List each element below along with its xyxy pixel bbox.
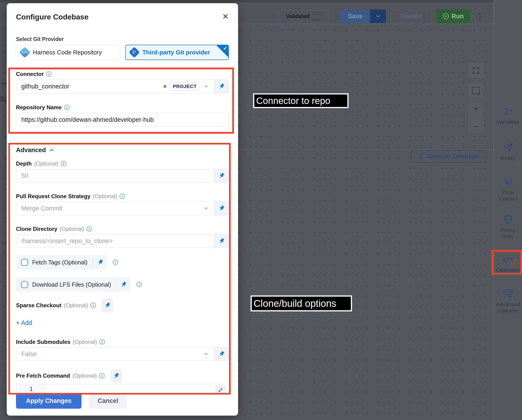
marquee-select-button[interactable] <box>468 83 484 98</box>
optional-tag: (Optional) <box>93 193 117 200</box>
connector-field[interactable]: github_connector PROJECT <box>16 79 229 93</box>
chevron-down-icon[interactable] <box>203 83 209 89</box>
sigma-variables-icon: Σˣ <box>504 107 512 116</box>
fetch-tags-label: Fetch Tags (Optional) <box>32 259 88 266</box>
repository-name-label: Repository Name <box>16 104 61 111</box>
info-icon[interactable]: ⓘ <box>90 302 96 309</box>
repository-name-field[interactable]: https://github.com/dewan-ahmed/developer… <box>16 113 229 127</box>
fetch-tags-checkbox[interactable] <box>21 259 28 266</box>
fetch-tags-row[interactable]: Fetch Tags (Optional) <box>16 255 107 269</box>
depth-placeholder: 50 <box>21 172 28 179</box>
zoom-in-button[interactable]: + <box>473 104 478 113</box>
clone-directory-field[interactable]: /harness/<insert_repo_to_clone> <box>16 234 229 248</box>
sidebar-item-label: Codebase <box>494 267 522 273</box>
pin-icon <box>218 238 225 244</box>
optional-tag: (Optional) <box>73 338 97 345</box>
include-submodules-value: False <box>21 351 37 358</box>
fullscreen-button[interactable] <box>468 63 484 78</box>
annotation-callout-clone: Clone/build options <box>251 295 352 311</box>
validated-status-pill[interactable]: ✓ Validated 10m ago <box>278 10 329 23</box>
select-git-provider-label: Select Git Provider <box>16 36 229 42</box>
background-row-line <box>0 373 7 374</box>
sidebar-item-label: Policy Sets <box>494 227 522 239</box>
pin-icon[interactable] <box>120 281 127 288</box>
include-submodules-select[interactable]: False <box>16 347 229 361</box>
pin-icon <box>218 83 225 90</box>
sidebar-item-notify[interactable]: Notify <box>494 142 522 161</box>
git-branch-icon <box>129 47 140 58</box>
apply-changes-button[interactable]: Apply Changes <box>16 393 82 409</box>
sidebar-item-label: Advanced Options <box>494 301 522 314</box>
repository-name-value: https://github.com/dewan-ahmed/developer… <box>21 116 154 123</box>
paper-plane-icon <box>503 143 513 153</box>
info-icon[interactable]: ⓘ <box>99 338 105 345</box>
info-icon[interactable]: ⓘ <box>113 259 118 266</box>
sidebar-item-label: Variables <box>494 119 522 125</box>
pin-toggle[interactable] <box>214 348 229 360</box>
pin-toggle[interactable] <box>214 80 229 93</box>
info-icon[interactable]: ⓘ <box>120 193 125 200</box>
add-sparse-checkout-link[interactable]: + Add <box>16 319 41 327</box>
chevron-down-icon[interactable] <box>203 351 209 357</box>
pin-toggle[interactable] <box>102 299 113 312</box>
warning-icon: ⚠ <box>511 259 517 266</box>
download-lfs-row[interactable]: Download LFS Files (Optional) <box>16 277 130 292</box>
scope-badge: PROJECT <box>169 82 200 91</box>
download-lfs-label: Download LFS Files (Optional) <box>32 281 111 288</box>
cancel-button[interactable]: Cancel <box>89 393 127 409</box>
pr-clone-strategy-label: Pull Request Clone Strategy <box>16 193 90 200</box>
sidebar-item-advanced-options[interactable]: Advanced Options <box>494 288 522 314</box>
optional-tag: (Optional) <box>72 372 97 379</box>
pin-toggle[interactable] <box>214 169 229 182</box>
optional-tag: (Optional) <box>60 226 84 232</box>
depth-label: Depth <box>16 160 32 167</box>
sparse-checkout-label: Sparse Checkout <box>16 302 61 309</box>
provider-label: Harness Code Repository <box>33 49 102 56</box>
save-menu-caret[interactable] <box>370 9 386 23</box>
info-icon[interactable]: ⓘ <box>99 372 105 379</box>
info-icon[interactable]: ⓘ <box>86 226 92 232</box>
divider <box>116 280 116 289</box>
pin-toggle[interactable] <box>214 235 229 247</box>
graph-dashed-line-fragment <box>2 83 7 84</box>
canvas-divider <box>238 149 493 150</box>
save-button[interactable]: Save <box>340 9 370 23</box>
discard-button[interactable]: Discard <box>391 9 432 23</box>
zoom-control[interactable]: + − <box>468 103 484 133</box>
pin-icon <box>218 205 225 212</box>
sidebar-item-codebase[interactable]: </> ⚠ Codebase <box>494 253 522 273</box>
chevron-down-icon[interactable] <box>203 205 209 211</box>
pin-icon[interactable] <box>97 259 104 266</box>
advanced-section-toggle[interactable]: Advanced <box>16 146 229 154</box>
download-lfs-checkbox[interactable] <box>21 281 28 288</box>
validated-time: 10m ago <box>312 10 329 22</box>
close-icon[interactable]: ✕ <box>222 13 229 20</box>
sidebar-item-label: Notify <box>494 155 522 161</box>
info-icon[interactable]: ⓘ <box>136 281 142 288</box>
info-icon[interactable]: ⓘ <box>64 104 69 111</box>
sliders-icon <box>503 177 513 187</box>
validated-label: Validated <box>286 13 309 19</box>
pin-toggle[interactable] <box>111 369 122 382</box>
play-icon <box>442 13 449 20</box>
upload-icon <box>418 153 424 160</box>
sidebar-item-policy-sets[interactable]: Policy Sets <box>494 214 522 239</box>
pin-toggle[interactable] <box>214 202 229 215</box>
marquee-select-icon <box>472 87 480 94</box>
provider-option-third-party[interactable]: Third-party Git provider ✓ <box>125 45 229 60</box>
sidebar-item-flow-control[interactable]: Flow Control <box>494 176 522 202</box>
run-button[interactable]: Run <box>436 9 470 23</box>
save-as-template-button[interactable]: Save as Template <box>411 150 486 162</box>
depth-field[interactable]: 50 <box>16 169 229 183</box>
info-icon[interactable]: ⓘ <box>46 71 52 77</box>
chevron-down-icon <box>375 13 381 19</box>
window-top-strip <box>0 0 522 2</box>
code-icon: </> ⚠ <box>503 255 514 264</box>
zoom-out-button[interactable]: − <box>473 122 478 131</box>
provider-option-harness[interactable]: </> Harness Code Repository <box>16 45 120 60</box>
info-icon[interactable]: ⓘ <box>61 160 66 167</box>
pr-clone-strategy-select[interactable]: Merge Commit <box>16 202 229 215</box>
kebab-menu-icon[interactable]: ⋮ <box>475 11 484 22</box>
pin-icon <box>218 173 225 179</box>
sidebar-item-variables[interactable]: Σˣ Variables <box>494 105 522 125</box>
